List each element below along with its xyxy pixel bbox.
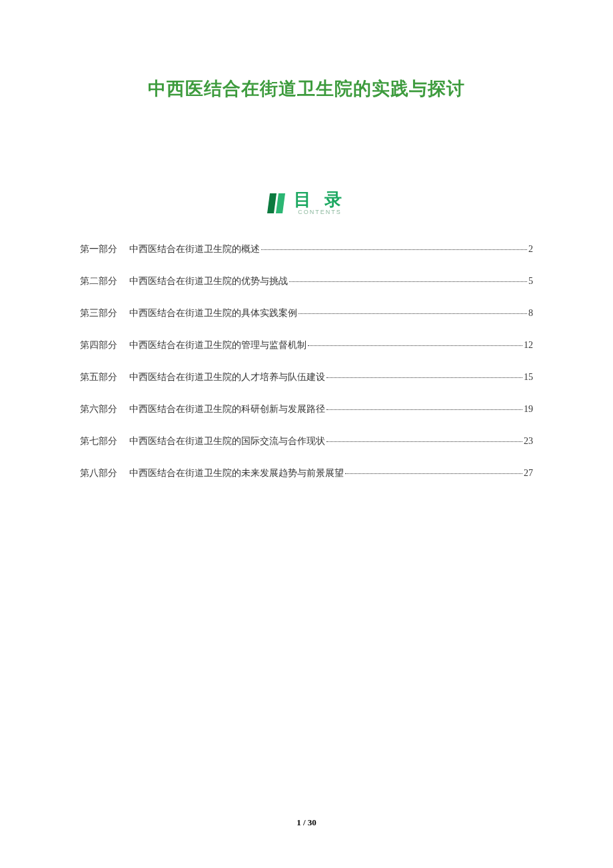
toc-item-text: 中西医结合在街道卫生院的概述 <box>129 243 260 255</box>
toc-item[interactable]: 第三部分 中西医结合在街道卫生院的具体实践案例 8 <box>80 307 533 319</box>
toc-item-text: 中西医结合在街道卫生院的科研创新与发展路径 <box>129 403 325 415</box>
toc-header: 目 录 CONTENTS <box>73 191 540 215</box>
toc-item-text: 中西医结合在街道卫生院的具体实践案例 <box>129 307 297 319</box>
document-title: 中西医结合在街道卫生院的实践与探讨 <box>73 77 540 101</box>
toc-item[interactable]: 第七部分 中西医结合在街道卫生院的国际交流与合作现状 23 <box>80 435 533 447</box>
page-number: 1 / 30 <box>0 817 613 828</box>
page-separator: / <box>301 817 308 827</box>
toc-dots <box>326 441 522 442</box>
toc-page-number: 23 <box>524 436 533 447</box>
toc-page-number: 15 <box>524 372 533 383</box>
toc-dots <box>299 313 527 314</box>
toc-subheading: CONTENTS <box>298 209 342 215</box>
toc-dots <box>289 281 527 282</box>
toc-item[interactable]: 第五部分 中西医结合在街道卫生院的人才培养与队伍建设 15 <box>80 371 533 383</box>
toc-item-text: 中西医结合在街道卫生院的国际交流与合作现状 <box>129 435 325 447</box>
toc-page-number: 5 <box>528 276 533 287</box>
toc-item-text: 中西医结合在街道卫生院的未来发展趋势与前景展望 <box>129 467 344 479</box>
toc-item-text: 中西医结合在街道卫生院的优势与挑战 <box>129 275 288 287</box>
toc-part-label: 第三部分 <box>80 307 117 319</box>
toc-list: 第一部分 中西医结合在街道卫生院的概述 2 第二部分 中西医结合在街道卫生院的优… <box>73 243 540 479</box>
page-container: 中西医结合在街道卫生院的实践与探讨 目 录 CONTENTS 第一部分 中西医结… <box>0 0 613 868</box>
toc-page-number: 2 <box>528 244 533 255</box>
toc-page-number: 19 <box>524 404 533 415</box>
toc-part-label: 第五部分 <box>80 371 117 383</box>
toc-dots <box>345 473 522 474</box>
toc-item[interactable]: 第六部分 中西医结合在街道卫生院的科研创新与发展路径 19 <box>80 403 533 415</box>
toc-part-label: 第一部分 <box>80 243 117 255</box>
toc-page-number: 12 <box>524 340 533 351</box>
toc-part-label: 第六部分 <box>80 403 117 415</box>
toc-dots <box>326 409 522 410</box>
page-total: 30 <box>308 817 316 827</box>
toc-dots <box>261 249 527 250</box>
toc-dots <box>308 345 522 346</box>
toc-page-number: 27 <box>524 468 533 479</box>
toc-part-label: 第二部分 <box>80 275 117 287</box>
toc-part-label: 第七部分 <box>80 435 117 447</box>
toc-item[interactable]: 第一部分 中西医结合在街道卫生院的概述 2 <box>80 243 533 255</box>
toc-item-text: 中西医结合在街道卫生院的管理与监督机制 <box>129 339 306 351</box>
toc-item[interactable]: 第二部分 中西医结合在街道卫生院的优势与挑战 5 <box>80 275 533 287</box>
toc-item[interactable]: 第四部分 中西医结合在街道卫生院的管理与监督机制 12 <box>80 339 533 351</box>
toc-page-number: 8 <box>528 308 533 319</box>
toc-part-label: 第四部分 <box>80 339 117 351</box>
toc-item-text: 中西医结合在街道卫生院的人才培养与队伍建设 <box>129 371 325 383</box>
toc-title-block: 目 录 CONTENTS <box>294 191 345 215</box>
toc-part-label: 第八部分 <box>80 467 117 479</box>
toc-dots <box>326 377 522 378</box>
toc-heading: 目 录 <box>294 191 345 208</box>
toc-item[interactable]: 第八部分 中西医结合在街道卫生院的未来发展趋势与前景展望 27 <box>80 467 533 479</box>
toc-leaf-icon <box>267 192 287 215</box>
